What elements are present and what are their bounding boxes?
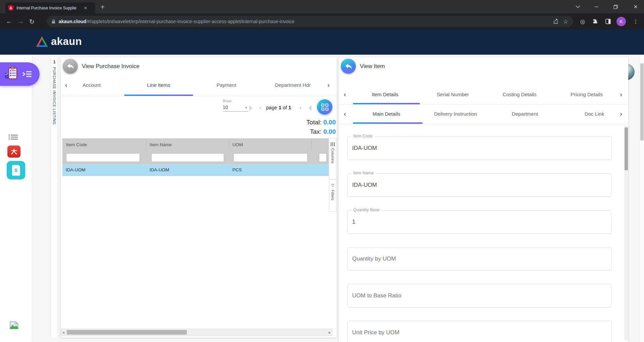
sub-tabs-scroll-left-icon[interactable]: ‹ [344, 110, 346, 118]
rows-per-page-select[interactable]: 10 ▼ [223, 104, 248, 112]
sub-tab-department[interactable]: Department [512, 111, 538, 117]
filters-tool[interactable]: ▽ Filters [329, 179, 336, 212]
page-scrollbar-thumb[interactable] [640, 63, 644, 140]
active-applet-item[interactable] [0, 62, 40, 86]
browser-menu-kebab-icon[interactable]: ⋮ [630, 16, 641, 27]
tab-title: Internal Purchase Invoice Supplie [16, 6, 82, 10]
cell-uom: PCS [229, 164, 312, 176]
col-header-item-code[interactable]: Item Code [63, 139, 146, 151]
item-tabs-scroll-right-icon[interactable]: › [620, 91, 622, 98]
page-word: page [266, 105, 277, 110]
forward-button[interactable]: → [15, 18, 26, 25]
col-header-item-name[interactable]: Item Name [146, 139, 229, 151]
field-item-code-label: Item Code [352, 134, 374, 138]
columns-tool[interactable]: Columns [329, 138, 336, 179]
panel-scrollbar-thumb[interactable] [625, 127, 628, 170]
tab-close-icon[interactable]: ✕ [84, 6, 87, 10]
back-button-right-panel[interactable] [341, 59, 356, 74]
of-word: of [283, 105, 287, 110]
billing-applet-icon[interactable]: $ [7, 161, 25, 179]
field-uom-to-base-ratio[interactable]: UOM to Base Ratio [347, 284, 612, 307]
grid-view-button[interactable] [317, 99, 332, 115]
tab-pricing-details[interactable]: Pricing Details [571, 92, 603, 97]
field-item-code-value: IDA-UOM [352, 145, 377, 152]
field-quantity-base[interactable]: Quantity Base 1 [347, 210, 612, 234]
field-quantity-by-uom[interactable]: Quantity by UOM [347, 247, 612, 271]
next-page-button[interactable]: › [300, 105, 301, 110]
listing-vertical-tab[interactable]: 1 PURCHASE INVOICE LISTING [51, 57, 58, 338]
bookmark-star-icon[interactable]: ☆ [563, 18, 568, 25]
prev-page-button[interactable]: ‹ [259, 105, 261, 110]
tab-line-items[interactable]: Line Items [147, 82, 170, 88]
window-maximize-button[interactable] [608, 0, 623, 13]
share-icon[interactable] [553, 19, 558, 24]
filter-extra-input[interactable] [319, 153, 327, 162]
filter-item-name-input[interactable] [151, 153, 224, 162]
address-bar[interactable]: akaun.cloud /#/applets/tnt/wavelet/erp/i… [47, 16, 573, 27]
cell-item-name: IDA-UOM [146, 164, 229, 176]
page-scrollbar[interactable]: ▲ [639, 55, 644, 342]
sub-tab-main-details[interactable]: Main Details [373, 111, 400, 117]
table-row[interactable]: IDA-UOM IDA-UOM PCS [62, 164, 329, 176]
side-panel-icon[interactable] [602, 16, 614, 27]
sub-tabs-scroll-right-icon[interactable]: › [620, 110, 622, 118]
field-unit-price-by-uom[interactable]: Unit Price by UOM [347, 321, 612, 342]
sub-active-tab-underline [353, 122, 423, 124]
field-item-name[interactable]: Item Name IDA-UOM [347, 173, 612, 197]
playlist-menu-icon [22, 70, 32, 78]
window-minimize-button[interactable]: ─ [589, 0, 604, 13]
broken-image-icon [9, 320, 19, 332]
tab-payment[interactable]: Payment [216, 82, 236, 88]
back-button-left-panel[interactable] [63, 59, 78, 74]
lock-icon [52, 19, 55, 24]
window-chevron-icon[interactable] [570, 0, 586, 13]
tab-serial-number[interactable]: Serial Number [437, 92, 469, 97]
item-tabs-scroll-left-icon[interactable]: ‹ [344, 91, 346, 98]
reload-button[interactable]: ↻ [26, 18, 38, 25]
col-header-extra [312, 139, 328, 151]
tax-value: 0.00 [323, 128, 336, 135]
listing-menu-icon[interactable] [8, 134, 18, 141]
new-tab-button[interactable]: + [101, 4, 105, 10]
clipboard-box-icon [5, 67, 19, 81]
rows-dropdown-caret-icon: ▼ [245, 106, 248, 109]
panel-scrollbar[interactable] [624, 126, 628, 340]
field-item-name-label: Item Name [352, 171, 375, 175]
table-filter-row [62, 151, 329, 164]
red-applet-icon[interactable] [7, 146, 20, 158]
window-close-button[interactable]: ✕ [628, 0, 643, 13]
columns-label: Columns [331, 148, 335, 163]
back-button[interactable]: ← [3, 18, 15, 25]
listing-tab-number: 1 [51, 59, 58, 64]
last-page-button[interactable]: ›| [309, 105, 311, 110]
field-item-code[interactable]: Item Code IDA-UOM [347, 136, 612, 160]
horizontal-scrollbar-thumb[interactable] [67, 330, 187, 335]
extension-target-icon[interactable]: ◎ [577, 16, 588, 27]
filter-uom-input[interactable] [233, 153, 308, 162]
field-unit-price-by-uom-label: Unit Price by UOM [352, 329, 399, 336]
sub-tab-doc-link[interactable]: Doc Link [585, 111, 604, 117]
first-page-button[interactable]: |‹ [249, 105, 252, 110]
profile-avatar[interactable]: K [616, 17, 626, 26]
sub-tab-delivery-instruction[interactable]: Delivery Instruction [434, 111, 477, 117]
col-header-uom[interactable]: UOM [229, 139, 312, 151]
tabs-scroll-left-icon[interactable]: ‹ [65, 81, 67, 89]
tab-department-hdr[interactable]: Department Hdr [275, 82, 311, 88]
filter-item-code-input[interactable] [66, 153, 140, 162]
tab-item-details[interactable]: Item Details [372, 92, 398, 97]
scroll-right-arrow-icon[interactable]: ► [327, 331, 332, 334]
tabs-scroll-right-icon[interactable]: › [327, 81, 330, 89]
total-label: Total: [306, 119, 321, 126]
tab-account[interactable]: Account [83, 82, 101, 88]
horizontal-scrollbar[interactable]: ◄ ► [61, 329, 332, 336]
akaun-logo[interactable]: akaun [36, 36, 82, 48]
field-quantity-by-uom-label: Quantity by UOM [352, 255, 396, 262]
tab-costing-details[interactable]: Costing Details [503, 92, 537, 97]
scroll-left-arrow-icon[interactable]: ◄ [61, 331, 66, 334]
browser-tab[interactable]: A Internal Purchase Invoice Supplie ✕ [5, 2, 95, 13]
tax-line: Tax: 0.00 [235, 128, 336, 135]
field-quantity-base-label: Quantity Base [352, 208, 381, 212]
extensions-puzzle-icon[interactable] [590, 16, 601, 27]
columns-icon [331, 142, 335, 146]
page-total: 1 [288, 105, 291, 110]
